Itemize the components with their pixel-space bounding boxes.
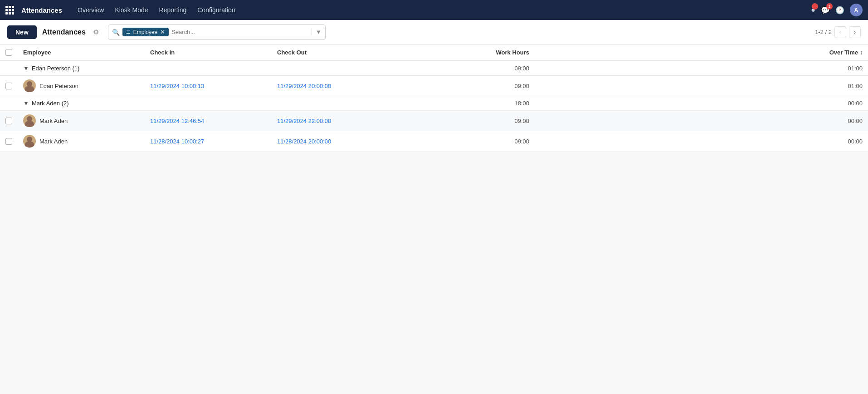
row-work-hours: 09:00 xyxy=(444,111,535,131)
main-content: Employee Check In Check Out Work Hours O… xyxy=(0,44,868,394)
group-collapse-icon[interactable]: ▼ xyxy=(23,100,29,107)
overtime-sort-icon[interactable]: ↕ xyxy=(860,49,863,56)
group-name-cell: ▼ Mark Aden (2) xyxy=(18,96,444,111)
top-navigation: Attendances Overview Kiosk Mode Reportin… xyxy=(0,0,868,20)
row-overtime: 00:00 xyxy=(535,131,868,152)
row-work-hours: 09:00 xyxy=(444,131,535,152)
new-button[interactable]: New xyxy=(7,25,37,39)
filter-tag-employee[interactable]: ☰ Employee ✕ xyxy=(122,28,169,36)
filter-tag-close[interactable]: ✕ xyxy=(160,29,165,35)
row-check-out: 11/29/2024 22:00:00 xyxy=(272,111,444,131)
group-work-hours: 18:00 xyxy=(444,96,535,111)
chat-badge: 1 xyxy=(826,3,833,10)
row-employee: Mark Aden xyxy=(18,131,145,152)
th-overtime: Over Time ↕ xyxy=(535,44,868,61)
grid-icon xyxy=(5,6,14,15)
search-input[interactable] xyxy=(171,29,310,35)
search-dropdown-arrow[interactable]: ▼ xyxy=(312,29,322,35)
row-work-hours: 09:00 xyxy=(444,76,535,96)
row-check-out: 11/28/2024 20:00:00 xyxy=(272,131,444,152)
group-name-cell: ▼ Edan Peterson (1) xyxy=(18,61,444,76)
table-row[interactable]: Edan Peterson 11/29/2024 10:00:13 11/29/… xyxy=(0,76,868,96)
table-header: Employee Check In Check Out Work Hours O… xyxy=(0,44,868,61)
row-checkbox-cell xyxy=(0,131,18,152)
pagination: 1-2 / 2 ‹ › xyxy=(815,26,861,38)
search-bar: 🔍 ☰ Employee ✕ ▼ xyxy=(108,25,326,40)
employee-avatar xyxy=(23,114,36,127)
row-checkbox[interactable] xyxy=(5,118,12,124)
table-row[interactable]: Mark Aden 11/28/2024 10:00:27 11/28/2024… xyxy=(0,131,868,152)
pagination-label: 1-2 / 2 xyxy=(815,29,832,35)
row-checkbox[interactable] xyxy=(5,83,12,89)
chat-icon[interactable]: 💬 1 xyxy=(821,6,830,15)
app-grid-menu[interactable] xyxy=(5,6,14,15)
th-check-out: Check Out xyxy=(272,44,444,61)
row-employee: Edan Peterson xyxy=(18,76,145,96)
table-row[interactable]: Mark Aden 11/29/2024 12:46:54 11/29/2024… xyxy=(0,111,868,131)
nav-overview[interactable]: Overview xyxy=(73,5,108,15)
group-row[interactable]: ▼ Edan Peterson (1) 09:00 01:00 xyxy=(0,61,868,76)
employee-name: Edan Peterson xyxy=(39,83,78,89)
nav-kiosk-mode[interactable]: Kiosk Mode xyxy=(110,5,152,15)
nav-reporting[interactable]: Reporting xyxy=(155,5,191,15)
row-check-in: 11/29/2024 10:00:13 xyxy=(145,76,272,96)
employee-avatar xyxy=(23,135,36,148)
group-work-hours: 09:00 xyxy=(444,61,535,76)
top-nav-right: ● 💬 1 🕐 A xyxy=(811,4,863,16)
group-checkbox-cell xyxy=(0,96,18,111)
employee-name: Mark Aden xyxy=(39,118,68,124)
row-overtime: 01:00 xyxy=(535,76,868,96)
clock-icon[interactable]: 🕐 xyxy=(835,6,844,15)
th-check-in: Check In xyxy=(145,44,272,61)
group-name: Edan Peterson (1) xyxy=(32,65,80,72)
nav-configuration[interactable]: Configuration xyxy=(193,5,239,15)
select-all-checkbox[interactable] xyxy=(5,49,12,56)
group-overtime: 00:00 xyxy=(535,96,868,111)
row-check-in: 11/28/2024 10:00:27 xyxy=(145,131,272,152)
group-checkbox-cell xyxy=(0,61,18,76)
row-checkbox[interactable] xyxy=(5,138,12,145)
sub-header: New Attendances ⚙ 🔍 ☰ Employee ✕ ▼ 1-2 /… xyxy=(0,20,868,44)
th-work-hours: Work Hours xyxy=(444,44,535,61)
app-name: Attendances xyxy=(21,6,62,14)
page-title: Attendances xyxy=(42,28,86,36)
attendance-table: Employee Check In Check Out Work Hours O… xyxy=(0,44,868,152)
th-employee: Employee xyxy=(18,44,145,61)
notification-badge xyxy=(812,3,818,10)
row-employee: Mark Aden xyxy=(18,111,145,131)
group-name: Mark Aden (2) xyxy=(32,100,69,107)
row-checkbox-cell xyxy=(0,111,18,131)
group-row[interactable]: ▼ Mark Aden (2) 18:00 00:00 xyxy=(0,96,868,111)
pagination-prev[interactable]: ‹ xyxy=(834,26,846,38)
row-overtime: 00:00 xyxy=(535,111,868,131)
filter-tag-label: Employee xyxy=(133,29,157,35)
employee-avatar xyxy=(23,79,36,92)
employee-name: Mark Aden xyxy=(39,138,68,145)
notification-icon[interactable]: ● xyxy=(811,6,815,14)
table-body: ▼ Edan Peterson (1) 09:00 01:00 Edan Pet… xyxy=(0,61,868,152)
row-check-in: 11/29/2024 12:46:54 xyxy=(145,111,272,131)
group-overtime: 01:00 xyxy=(535,61,868,76)
row-checkbox-cell xyxy=(0,76,18,96)
pagination-next[interactable]: › xyxy=(849,26,861,38)
top-nav-links: Overview Kiosk Mode Reporting Configurat… xyxy=(73,5,240,15)
group-collapse-icon[interactable]: ▼ xyxy=(23,65,29,72)
th-checkbox xyxy=(0,44,18,61)
user-avatar[interactable]: A xyxy=(850,4,863,16)
overtime-label: Over Time xyxy=(829,49,858,56)
search-icon: 🔍 xyxy=(112,29,120,36)
row-check-out: 11/29/2024 20:00:00 xyxy=(272,76,444,96)
filter-tag-icon: ☰ xyxy=(126,29,131,35)
settings-gear-icon[interactable]: ⚙ xyxy=(93,28,99,36)
